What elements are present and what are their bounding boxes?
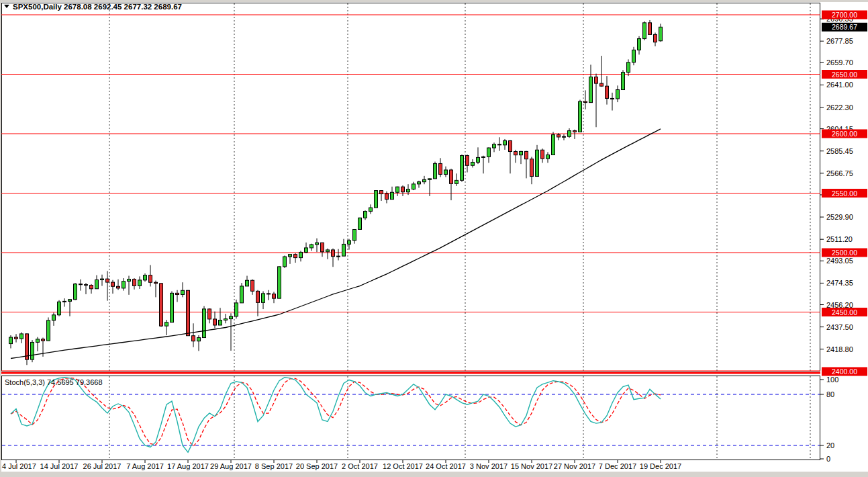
candle — [552, 132, 555, 155]
price-tick-label: 2585.45 — [826, 147, 853, 155]
window-left-edge — [0, 0, 1, 477]
main-price-panel[interactable] — [2, 3, 820, 372]
candle-body — [187, 290, 190, 335]
candle — [434, 162, 437, 179]
candle-body — [579, 101, 582, 132]
time-tick-label: 27 Nov 2017 — [554, 462, 595, 470]
candle-body — [79, 284, 83, 285]
candle-body — [584, 101, 587, 103]
candle-body — [42, 339, 45, 341]
panel-separator[interactable] — [1, 372, 820, 374]
candle-body — [444, 170, 448, 175]
candle-body — [47, 320, 50, 341]
candle-body — [305, 248, 308, 253]
candle-body — [428, 179, 432, 179]
candle-body — [95, 280, 99, 289]
stochastic-panel[interactable] — [2, 376, 820, 460]
candle — [74, 283, 77, 300]
candle-body — [482, 157, 485, 157]
candle-body — [434, 163, 437, 178]
time-tick-label: 20 Sep 2017 — [296, 462, 338, 470]
candle — [187, 290, 190, 336]
candle-body — [509, 140, 512, 151]
candle-body — [294, 255, 297, 258]
candle-body — [606, 86, 609, 98]
candle-body — [525, 151, 528, 159]
level-badge-label: 2600.00 — [832, 130, 857, 138]
candle-body — [246, 280, 249, 286]
candle — [58, 300, 61, 316]
candle-body — [648, 23, 652, 35]
candle-body — [122, 281, 126, 288]
price-tick-label: 2511.20 — [826, 235, 853, 243]
candle-body — [316, 243, 319, 245]
candle-body — [138, 280, 142, 286]
time-tick-label: 15 Nov 2017 — [511, 462, 552, 470]
candle — [358, 218, 362, 230]
level-badge-label: 2500.00 — [832, 249, 857, 257]
candle-body — [659, 27, 663, 41]
candle-body — [90, 285, 93, 288]
candle — [622, 70, 625, 89]
candle-body — [520, 151, 523, 155]
price-tick-label: 2566.75 — [826, 169, 853, 177]
candle-body — [643, 23, 646, 39]
candle — [160, 283, 163, 327]
candle-body — [58, 302, 61, 314]
candle-body — [68, 300, 72, 302]
candle-body — [471, 162, 475, 165]
candle-body — [181, 290, 185, 294]
candle-body — [557, 135, 561, 137]
candle-body — [337, 256, 340, 257]
candle-body — [160, 284, 163, 326]
candle-body — [299, 252, 303, 257]
candle-body — [213, 319, 217, 325]
candle-body — [224, 319, 228, 320]
time-tick-label: 3 Nov 2017 — [470, 462, 508, 470]
candle — [375, 190, 378, 208]
price-axis: 2696.552677.852659.702641.002622.302604.… — [820, 15, 853, 353]
candle-body — [589, 77, 593, 103]
candle-body — [552, 135, 555, 155]
time-tick-label: 12 Oct 2017 — [383, 462, 423, 470]
stoch-tick-label: 0 — [826, 455, 830, 463]
time-tick-label: 8 Sep 2017 — [255, 462, 293, 470]
chart-canvas: 2696.552677.852659.702641.002622.302604.… — [0, 0, 868, 477]
candle-body — [461, 156, 464, 181]
price-tick-label: 2437.50 — [826, 323, 853, 331]
candle-body — [595, 77, 598, 84]
price-tick-label: 2641.00 — [826, 81, 853, 89]
time-axis: 4 Jul 201714 Jul 201726 Jul 20177 Aug 20… — [2, 460, 681, 471]
candle-body — [144, 275, 147, 280]
candle-body — [117, 286, 120, 288]
candle-body — [654, 34, 657, 42]
candle-body — [348, 241, 351, 244]
candle-body — [498, 144, 501, 145]
level-badge-label: 2400.00 — [832, 367, 857, 376]
candle — [536, 145, 539, 177]
stoch-tick-label: 20 — [826, 441, 834, 449]
chart-title: SPX500,Daily 2678.08 2692.45 2677.32 268… — [13, 3, 182, 11]
candle-body — [418, 182, 421, 184]
candle-body — [9, 337, 13, 344]
candle-body — [380, 191, 383, 194]
candle-body — [192, 336, 195, 341]
candle-body — [321, 243, 324, 251]
time-tick-label: 19 Dec 2017 — [640, 462, 681, 470]
candle-body — [101, 279, 104, 279]
candle-body — [455, 180, 459, 183]
time-tick-label: 24 Oct 2017 — [426, 462, 466, 470]
level-badge-label: 2550.00 — [832, 189, 857, 198]
candle-body — [342, 244, 346, 256]
candle-body — [20, 334, 23, 339]
current-price-label: 2689.67 — [832, 23, 857, 31]
candle-body — [219, 320, 222, 325]
candle-body — [106, 279, 109, 282]
candle-body — [632, 50, 636, 62]
candle-body — [278, 267, 281, 298]
candle-body — [63, 301, 66, 302]
candle-body — [563, 136, 566, 137]
time-tick-label: 4 Jul 2017 — [2, 462, 36, 470]
candle-body — [289, 255, 292, 257]
candle-body — [627, 62, 630, 73]
